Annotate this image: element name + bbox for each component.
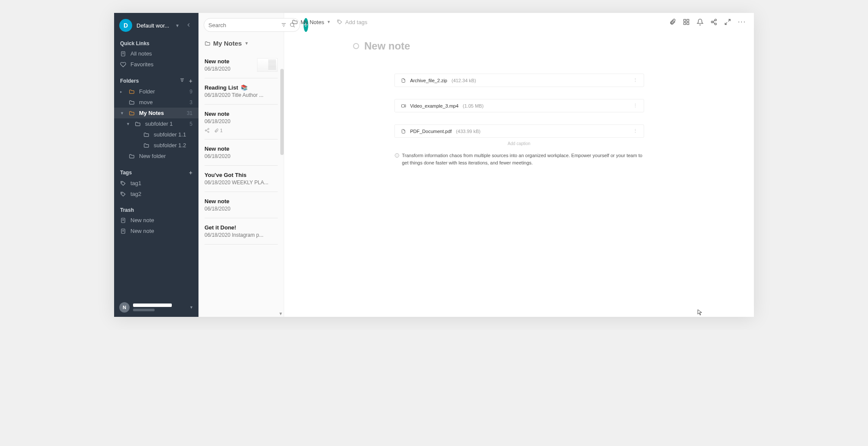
- svg-line-33: [713, 21, 715, 22]
- collapse-sidebar-button[interactable]: [184, 20, 193, 31]
- editor-body[interactable]: New note Archive_file_2.zip(412.34 kB)⋮V…: [284, 31, 754, 317]
- folder-label: New folder: [139, 153, 192, 159]
- share-icon: [205, 128, 210, 133]
- attachment-icon[interactable]: [669, 19, 676, 25]
- tag-item-tag2[interactable]: tag2: [114, 189, 198, 199]
- note-icon: [120, 217, 126, 223]
- sort-icon[interactable]: [180, 77, 185, 83]
- svg-rect-36: [401, 105, 404, 107]
- tag-icon: [337, 19, 343, 25]
- note-list-item[interactable]: Get it Done!06/18/2020 Instagram p...: [205, 218, 278, 245]
- note-title[interactable]: New note: [364, 40, 410, 52]
- chevron-down-icon: ▼: [189, 305, 193, 310]
- folder-item-subfolder-1[interactable]: ▼subfolder 15: [114, 118, 198, 129]
- add-tag-button[interactable]: +: [189, 169, 192, 176]
- scrollbar[interactable]: [280, 69, 284, 155]
- folder-item-my-notes[interactable]: ▼My Notes31: [114, 108, 198, 118]
- folder-count: 3: [189, 99, 192, 105]
- tag-item-tag1[interactable]: tag1: [114, 178, 198, 189]
- folder-item-subfolder-1.1[interactable]: subfolder 1.1: [114, 129, 198, 140]
- svg-line-35: [725, 22, 727, 25]
- note-item-title: You've Got This: [205, 172, 278, 178]
- note-item-title: New note: [205, 146, 278, 152]
- attachment-more-icon[interactable]: ⋮: [633, 128, 638, 134]
- bell-icon[interactable]: [697, 19, 704, 25]
- add-folder-button[interactable]: +: [189, 77, 192, 84]
- chevron-down-icon: ▼: [327, 20, 331, 24]
- scroll-down-icon[interactable]: ▼: [279, 311, 283, 316]
- note-list-item[interactable]: New note06/18/2020: [205, 52, 278, 78]
- attachment-name: Video_example_3.mp4: [410, 103, 459, 108]
- note-list-item[interactable]: New note06/18/2020: [205, 139, 278, 166]
- search-field[interactable]: [208, 22, 281, 28]
- grid-icon[interactable]: [683, 19, 690, 25]
- note-list-panel: + My Notes ▼ New note06/18/2020Reading L…: [198, 13, 284, 317]
- note-list-item[interactable]: Reading List 📚06/18/2020 Title Author ..…: [205, 78, 278, 105]
- trash-item[interactable]: New note: [114, 215, 198, 226]
- notelist-breadcrumb[interactable]: My Notes ▼: [198, 37, 284, 52]
- workspace-avatar: D: [119, 19, 132, 32]
- editor-panel: My Notes ▼ Add tags ··· New note Archiv: [284, 13, 754, 317]
- attachment-block[interactable]: PDF_Document.pdf(433.99 kB)⋮: [394, 124, 644, 138]
- svg-point-7: [122, 193, 122, 193]
- attachment-size: (433.99 kB): [456, 129, 480, 134]
- trash-item[interactable]: New note: [114, 226, 198, 236]
- note-item-meta: 06/18/2020: [205, 153, 278, 159]
- chevron-down-icon: ▼: [245, 41, 249, 46]
- folder-item-folder[interactable]: ▸Folder9: [114, 86, 198, 97]
- more-icon[interactable]: ···: [738, 18, 746, 26]
- attachment-block[interactable]: Video_example_3.mp4(1.05 MB)⋮: [394, 99, 644, 112]
- editor-breadcrumb[interactable]: My Notes ▼: [292, 19, 331, 25]
- note-paragraph[interactable]: Transform information chaos from multipl…: [394, 152, 644, 166]
- all-notes-link[interactable]: All notes: [114, 48, 198, 59]
- note-thumbnail: [257, 58, 278, 72]
- svg-rect-27: [684, 22, 686, 25]
- folder-count: 9: [189, 89, 192, 95]
- note-status-bullet[interactable]: [353, 43, 359, 49]
- user-menu[interactable]: N ▼: [114, 298, 198, 317]
- share-icon[interactable]: [710, 19, 717, 25]
- favorites-link[interactable]: Favorites: [114, 59, 198, 70]
- svg-point-30: [711, 21, 713, 23]
- user-info: [133, 304, 186, 311]
- folder-count: 31: [187, 110, 192, 116]
- attachment-more-icon[interactable]: ⋮: [633, 103, 638, 108]
- video-icon: [401, 103, 406, 108]
- folder-item-new-folder[interactable]: New folder: [114, 151, 198, 161]
- workspace-switcher[interactable]: D Default wor... ▼: [114, 13, 198, 38]
- note-list-item[interactable]: New note06/18/2020: [205, 192, 278, 218]
- folder-label: Folder: [139, 88, 185, 95]
- folder-icon: [129, 89, 135, 95]
- emoji-icon: 📚: [241, 84, 248, 91]
- folder-icon: [143, 142, 149, 149]
- note-item-title: New note: [205, 111, 278, 117]
- folder-label: My Notes: [139, 110, 183, 116]
- file-icon: [401, 78, 406, 83]
- note-item-title: Get it Done!: [205, 224, 278, 231]
- svg-point-31: [715, 23, 716, 25]
- svg-point-40: [397, 156, 397, 157]
- folder-item-move[interactable]: move3: [114, 97, 198, 108]
- expand-icon[interactable]: [724, 19, 731, 25]
- tag-icon: [120, 191, 126, 197]
- svg-point-24: [338, 21, 338, 21]
- quick-links-header: Quick Links: [114, 38, 198, 48]
- note-list-item[interactable]: New note06/18/20201: [205, 105, 278, 139]
- note-item-title: New note: [205, 58, 254, 65]
- folders-header: Folders +: [114, 75, 198, 86]
- folder-icon: [143, 132, 149, 138]
- svg-line-32: [713, 22, 715, 24]
- disclosure-triangle[interactable]: ▼: [120, 111, 124, 115]
- add-tags-button[interactable]: Add tags: [337, 19, 367, 25]
- disclosure-triangle[interactable]: ▸: [120, 90, 124, 94]
- editor-toolbar: My Notes ▼ Add tags ···: [284, 13, 754, 31]
- tag-icon: [120, 180, 126, 186]
- attachment-name: PDF_Document.pdf: [410, 129, 452, 134]
- attachment-more-icon[interactable]: ⋮: [633, 77, 638, 83]
- folder-label: subfolder 1.1: [154, 131, 192, 138]
- disclosure-triangle[interactable]: ▼: [126, 122, 130, 126]
- caption-placeholder[interactable]: Add caption: [394, 141, 644, 146]
- attachment-block[interactable]: Archive_file_2.zip(412.34 kB)⋮: [394, 74, 644, 87]
- note-list-item[interactable]: You've Got This06/18/2020 WEEKLY PLA...: [205, 166, 278, 192]
- folder-item-subfolder-1.2[interactable]: subfolder 1.2: [114, 140, 198, 151]
